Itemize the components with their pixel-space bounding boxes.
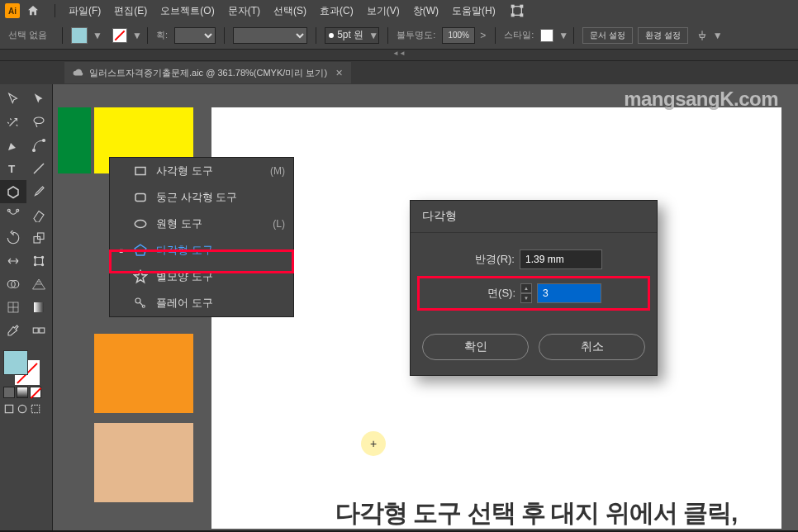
flyout-star-tool[interactable]: 별모양 도구 [110,264,293,290]
svg-marker-35 [135,271,147,283]
flyout-ellipse-tool[interactable]: 원형 도구 (L) [110,211,293,237]
tab-close-button[interactable]: ✕ [335,68,343,78]
brush-dot-icon [329,33,334,38]
paintbrush-tool[interactable] [26,180,53,203]
opacity-input[interactable] [442,27,475,44]
flyout-label: 플레어 도구 [156,296,277,311]
app-logo: Ai [5,3,20,18]
flyout-rounded-rectangle-tool[interactable]: 둥근 사각형 도구 [110,184,293,211]
pen-tool[interactable] [0,134,26,157]
sides-step-up[interactable]: ▲ [520,283,532,293]
menu-file[interactable]: 파일(F) [62,4,107,18]
gradient-swatch[interactable] [17,387,28,398]
mesh-tool[interactable] [0,296,26,319]
menu-effect[interactable]: 효과(C) [313,4,360,18]
style-swatch[interactable] [540,29,553,42]
rectangle-tool[interactable] [0,180,26,203]
menu-type[interactable]: 문자(T) [221,4,267,18]
flyout-rectangle-tool[interactable]: 사각형 도구 (M) [110,158,293,184]
blend-tool[interactable] [26,319,53,342]
flyout-shortcut: (L) [273,218,285,230]
svg-rect-1 [511,5,514,7]
shape-builder-tool[interactable] [0,273,26,296]
menu-object[interactable]: 오브젝트(O) [154,4,221,18]
draw-inside-icon[interactable] [30,403,41,415]
cancel-button[interactable]: 취소 [539,334,645,360]
line-segment-tool[interactable] [26,157,53,180]
menu-edit[interactable]: 편집(E) [107,4,154,18]
svg-rect-25 [34,302,44,312]
fill-swatch[interactable] [71,27,88,44]
profile-select[interactable] [233,27,307,44]
lasso-tool[interactable] [26,111,53,134]
shaper-tool[interactable] [0,203,26,226]
more-dropdown[interactable]: ▼ [713,30,720,41]
svg-marker-34 [135,245,146,255]
svg-rect-4 [520,14,523,17]
menu-help[interactable]: 도움말(H) [445,4,502,18]
artboard-icon[interactable] [511,4,524,17]
direct-selection-tool[interactable] [26,88,53,111]
radius-input[interactable] [520,249,602,269]
type-tool[interactable]: T [0,157,26,180]
flyout-polygon-tool[interactable]: ■ 다각형 도구 [110,237,293,264]
menu-window[interactable]: 창(W) [406,4,445,18]
stroke-dropdown[interactable]: ▼ [132,30,139,41]
free-transform-tool[interactable] [26,249,53,273]
pin-icon[interactable] [696,30,708,41]
sides-step-down[interactable]: ▼ [520,293,532,303]
curvature-tool[interactable] [26,134,53,157]
sides-label: 면(S): [466,286,515,301]
none-swatch[interactable] [30,387,41,398]
sides-stepper[interactable]: ▲ ▼ [520,283,532,303]
style-dropdown[interactable]: ▼ [558,30,565,41]
instruction-text: 다각형 도구 선택 후 대지 위에서 클릭, 다각형 설정 창에서 [면:3] … [335,497,737,532]
perspective-grid-tool[interactable] [26,273,53,296]
menu-view[interactable]: 보기(V) [360,4,406,18]
svg-line-38 [140,302,142,305]
svg-point-18 [35,264,36,265]
radius-row: 반경(R): [422,249,645,269]
fill-color-box[interactable] [3,350,28,375]
shape-tool-flyout: 사각형 도구 (M) 둥근 사각형 도구 원형 도구 (L) ■ 다각형 도구 [109,157,294,317]
stroke-swatch[interactable] [112,28,127,43]
selection-status: 선택 없음 [8,29,47,41]
eyedropper-tool[interactable] [0,319,26,342]
eraser-tool[interactable] [26,203,53,226]
ok-button[interactable]: 확인 [422,334,529,360]
scale-tool[interactable] [26,226,53,249]
radius-label: 반경(R): [465,252,515,267]
color-swatch[interactable] [3,387,15,398]
stroke-weight-select[interactable] [174,27,216,44]
svg-point-5 [34,117,44,124]
env-setup-button[interactable]: 환경 설정 [638,27,688,44]
document-tab-label: 일러스트자격증기출문제.aic @ 361.78%(CMYK/미리 보기) [89,67,327,79]
draw-behind-icon[interactable] [17,403,28,415]
document-tab[interactable]: 일러스트자격증기출문제.aic @ 361.78%(CMYK/미리 보기) ✕ [64,62,351,83]
sides-input[interactable] [537,283,601,303]
magic-wand-tool[interactable] [0,111,26,134]
svg-point-17 [42,256,44,258]
flyout-shortcut: (M) [270,165,285,177]
polygon-icon [133,243,148,258]
brush-select[interactable]: 5pt 원 ▼ [325,27,379,44]
rotate-tool[interactable] [0,226,26,249]
doc-setup-button[interactable]: 문서 설정 [582,27,633,44]
menu-select[interactable]: 선택(S) [267,4,313,18]
svg-rect-30 [31,405,39,412]
orange-rect [94,334,193,413]
selection-tool[interactable] [0,88,26,111]
fill-stroke-indicator[interactable] [0,349,52,385]
control-bar: 선택 없음 ▼ ▼ 획: 5pt 원 ▼ 불투명도: > 스타일: ▼ 문서 설… [0,21,798,50]
flare-icon [133,296,148,311]
collapse-handle[interactable]: ◄◄ [0,50,798,61]
fill-dropdown[interactable]: ▼ [93,30,99,41]
draw-normal-icon[interactable] [3,403,15,415]
home-icon[interactable] [26,4,40,17]
flyout-label: 원형 도구 [156,216,264,231]
flyout-flare-tool[interactable]: 플레어 도구 [110,290,293,316]
gradient-tool[interactable] [26,296,53,319]
opacity-dropdown[interactable]: > [480,30,487,41]
width-tool[interactable] [0,249,26,273]
canvas-area[interactable]: mangsangK.com 사각형 도구 (M) 둥근 사각형 도구 [53,84,798,530]
